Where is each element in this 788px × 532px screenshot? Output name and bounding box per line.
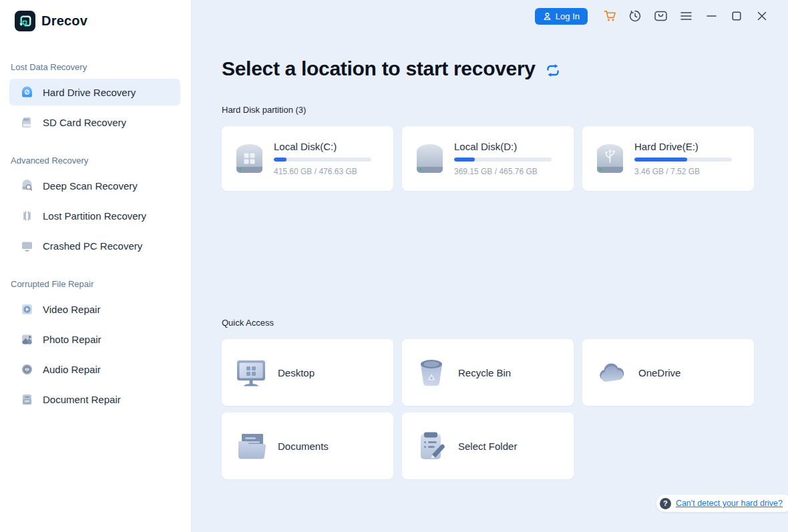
quick-access-documents[interactable]: Documents: [222, 413, 393, 479]
sidebar-item-label: Photo Repair: [43, 334, 102, 345]
cart-icon[interactable]: [597, 6, 622, 26]
drive-card-c[interactable]: Local Disk(C:) 415.60 GB / 476.63 GB: [222, 126, 393, 191]
sidebar-item-photo-repair[interactable]: Photo Repair: [9, 326, 180, 352]
sidebar-item-label: SD Card Recovery: [43, 117, 126, 128]
drive-usage-bar: [274, 158, 371, 162]
sidebar-section-lost-data-recovery: Lost Data Recovery Hard Drive Recovery: [0, 62, 191, 136]
windows-drive-icon: [234, 142, 265, 176]
drive-card-d[interactable]: Local Disk(D:) 369.15 GB / 465.76 GB: [402, 126, 574, 191]
page-title: Select a location to start recovery: [222, 57, 536, 80]
sidebar-item-label: Lost Partition Recovery: [43, 210, 146, 222]
sidebar-item-lost-partition-recovery[interactable]: Lost Partition Recovery: [9, 202, 180, 229]
sidebar-section-advanced-recovery: Advanced Recovery Deep Scan Recovery: [0, 156, 191, 259]
sidebar-item-crashed-pc-recovery[interactable]: Crashed PC Recovery: [9, 232, 180, 259]
sidebar-item-label: Crashed PC Recovery: [43, 240, 142, 252]
maximize-icon[interactable]: [724, 6, 749, 26]
question-icon: ?: [660, 498, 671, 509]
drive-card-e[interactable]: Hard Drive(E:) 3.46 GB / 7.52 GB: [582, 126, 754, 191]
drive-icon: [414, 142, 445, 176]
hard-drive-icon: [20, 85, 34, 99]
drive-size: 415.60 GB / 476.63 GB: [274, 167, 381, 176]
drive-name: Hard Drive(E:): [634, 141, 742, 152]
minimize-icon[interactable]: [699, 6, 724, 26]
onedrive-icon: [596, 356, 628, 388]
quick-access-label: Quick Access: [222, 318, 788, 328]
drive-size: 369.15 GB / 465.76 GB: [454, 167, 562, 176]
sidebar-item-label: Hard Drive Recovery: [43, 87, 136, 98]
document-icon: [20, 392, 34, 407]
help-link[interactable]: Can't detect your hard drive?: [676, 499, 783, 508]
quick-access-label: OneDrive: [638, 367, 680, 378]
section-label: Lost Data Recovery: [0, 62, 191, 72]
sidebar-item-video-repair[interactable]: Video Repair: [9, 296, 180, 322]
desktop-icon: [235, 356, 267, 388]
audio-icon: [20, 362, 34, 376]
sidebar-item-audio-repair[interactable]: Audio Repair: [9, 356, 180, 382]
app-logo: Drecov: [0, 11, 191, 31]
sidebar-item-label: Deep Scan Recovery: [43, 180, 138, 192]
help-pill[interactable]: ? Can't detect your hard drive?: [656, 495, 788, 512]
sidebar-item-label: Audio Repair: [43, 364, 101, 375]
sidebar-item-label: Video Repair: [43, 304, 100, 315]
recycle-bin-icon: [415, 356, 447, 388]
login-label: Log In: [556, 11, 580, 21]
video-icon: [20, 302, 34, 316]
quick-access-select-folder[interactable]: Select Folder: [402, 413, 574, 479]
sidebar-section-corrupted-file-repair: Corrupted File Repair Video Repair: [0, 279, 191, 413]
app-name: Drecov: [41, 13, 87, 29]
drive-grid: Local Disk(C:) 415.60 GB / 476.63 GB Loc…: [222, 126, 788, 191]
photo-icon: [20, 332, 34, 346]
drecov-logo-icon: [15, 11, 35, 31]
section-label: Corrupted File Repair: [0, 279, 191, 289]
drive-usage-bar: [454, 158, 552, 162]
quick-access-desktop[interactable]: Desktop: [222, 339, 393, 406]
drive-size: 3.46 GB / 7.52 GB: [634, 167, 742, 176]
sidebar-item-hard-drive-recovery[interactable]: Hard Drive Recovery: [9, 79, 180, 105]
quick-access-label: Documents: [278, 441, 329, 452]
quick-access-label: Desktop: [278, 367, 315, 378]
drive-usage-bar: [634, 158, 732, 162]
quick-access-grid: Desktop Recycle Bin: [222, 339, 788, 479]
partition-icon: [20, 209, 34, 223]
crashed-pc-icon: [20, 239, 34, 253]
close-icon[interactable]: [749, 6, 775, 26]
section-label: Advanced Recovery: [0, 156, 191, 166]
drive-name: Local Disk(C:): [274, 141, 381, 152]
menu-icon[interactable]: [673, 6, 699, 26]
deep-scan-icon: [20, 179, 34, 193]
sidebar-item-label: Document Repair: [43, 394, 121, 405]
drive-name: Local Disk(D:): [454, 141, 562, 152]
refresh-icon[interactable]: [545, 63, 561, 77]
login-button[interactable]: Log In: [535, 8, 588, 25]
sidebar-item-sd-card-recovery[interactable]: SD Card Recovery: [9, 109, 180, 136]
select-folder-icon: [415, 430, 447, 462]
sidebar: Drecov Lost Data Recovery Hard Drive Rec…: [0, 0, 192, 532]
sd-card-icon: [20, 115, 34, 129]
documents-icon: [235, 430, 267, 462]
history-clock-icon[interactable]: [622, 6, 648, 26]
main-area: Log In: [192, 0, 788, 532]
sidebar-item-document-repair[interactable]: Document Repair: [9, 386, 180, 413]
partition-section-label: Hard Disk partition (3): [222, 105, 788, 115]
content: Select a location to start recovery Hard…: [192, 57, 788, 479]
user-icon: [543, 12, 552, 21]
usb-drive-icon: [594, 142, 626, 176]
quick-access-recycle-bin[interactable]: Recycle Bin: [402, 339, 574, 406]
sidebar-item-deep-scan-recovery[interactable]: Deep Scan Recovery: [9, 172, 180, 199]
messages-icon[interactable]: [648, 6, 673, 26]
quick-access-label: Select Folder: [458, 441, 517, 452]
quick-access-label: Recycle Bin: [458, 367, 511, 378]
quick-access-onedrive[interactable]: OneDrive: [582, 339, 754, 406]
topbar: Log In: [192, 0, 788, 32]
